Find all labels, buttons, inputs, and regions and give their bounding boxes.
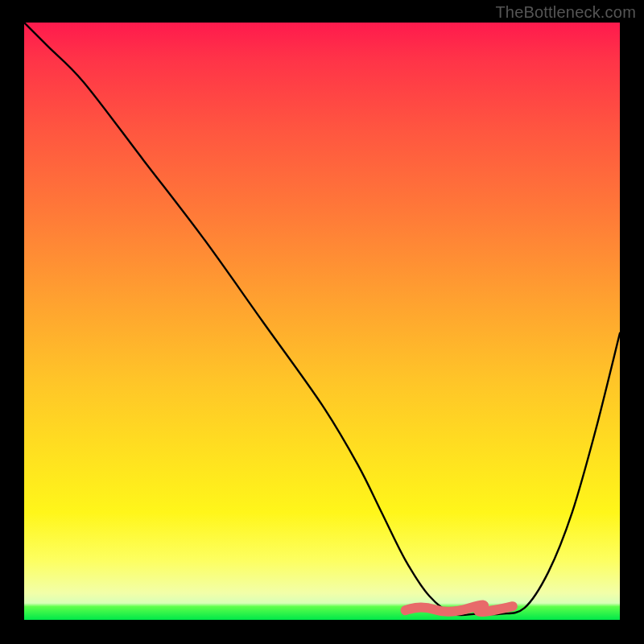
chart-frame: TheBottleneck.com [0, 0, 644, 644]
watermark-text: TheBottleneck.com [495, 3, 636, 22]
flat-minimum-marker [406, 605, 513, 612]
bottleneck-curve-line [24, 23, 620, 615]
plot-area [24, 23, 620, 620]
curve-layer [24, 23, 620, 620]
